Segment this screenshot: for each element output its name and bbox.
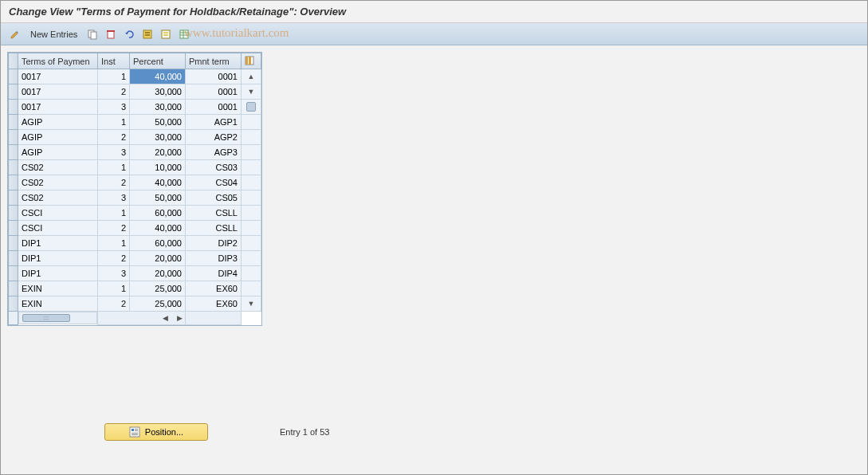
cell-percent[interactable]: 20,000 <box>130 251 186 266</box>
cell-percent[interactable]: 50,000 <box>130 115 186 130</box>
row-selector-header[interactable] <box>9 53 18 69</box>
cell-inst[interactable]: 2 <box>98 251 130 266</box>
position-button[interactable]: Position... <box>104 423 208 441</box>
cell-terms[interactable]: CSCI <box>18 206 98 221</box>
vscroll-up-button[interactable]: ▲ <box>245 70 257 83</box>
cell-pmnt[interactable]: AGP3 <box>186 145 242 160</box>
cell-percent[interactable]: 40,000 <box>130 175 186 190</box>
cell-terms[interactable]: EXIN <box>18 296 98 312</box>
vscroll-down-button[interactable]: ▼ <box>245 297 257 310</box>
hscroll-track[interactable]: ::: <box>18 312 97 324</box>
edit-button[interactable] <box>7 26 23 42</box>
row-selector[interactable] <box>9 69 18 84</box>
cell-terms[interactable]: CS02 <box>18 160 98 175</box>
configure-columns-button[interactable] <box>242 53 261 69</box>
cell-terms[interactable]: EXIN <box>18 281 98 296</box>
header-terms[interactable]: Terms of Paymen <box>18 53 98 69</box>
cell-inst[interactable]: 1 <box>98 236 130 251</box>
row-selector[interactable] <box>9 160 18 175</box>
hscroll-left-button[interactable]: ◀ <box>160 312 171 324</box>
cell-inst[interactable]: 2 <box>98 84 130 100</box>
cell-pmnt[interactable]: DIP4 <box>186 266 242 281</box>
cell-percent[interactable]: 30,000 <box>130 84 186 100</box>
cell-pmnt[interactable]: 0001 <box>186 100 242 115</box>
cell-percent[interactable]: 20,000 <box>130 145 186 160</box>
row-selector[interactable] <box>9 190 18 206</box>
table-view-button[interactable] <box>176 26 192 42</box>
cell-inst[interactable]: 2 <box>98 175 130 190</box>
cell-pmnt[interactable]: CSLL <box>186 206 242 221</box>
cell-inst[interactable]: 3 <box>98 145 130 160</box>
cell-percent[interactable]: 40,000 <box>130 69 186 84</box>
vscroll-down-step-button[interactable]: ▼ <box>245 85 257 98</box>
row-selector[interactable] <box>9 281 18 296</box>
cell-terms[interactable]: DIP1 <box>18 251 98 266</box>
cell-terms[interactable]: CS02 <box>18 175 98 190</box>
copy-button[interactable] <box>84 26 100 42</box>
hscroll-thumb[interactable]: ::: <box>22 314 70 322</box>
cell-pmnt[interactable]: 0001 <box>186 84 242 100</box>
header-percent[interactable]: Percent <box>130 53 186 69</box>
row-selector[interactable] <box>9 130 18 145</box>
cell-inst[interactable]: 1 <box>98 160 130 175</box>
cell-inst[interactable]: 3 <box>98 190 130 206</box>
cell-percent[interactable]: 40,000 <box>130 221 186 236</box>
cell-pmnt[interactable]: CS04 <box>186 175 242 190</box>
cell-percent[interactable]: 20,000 <box>130 266 186 281</box>
vscroll-thumb[interactable] <box>246 102 256 112</box>
cell-terms[interactable]: CS02 <box>18 190 98 206</box>
undo-button[interactable] <box>121 26 137 42</box>
cell-pmnt[interactable]: EX60 <box>186 281 242 296</box>
cell-terms[interactable]: 0017 <box>18 100 98 115</box>
cell-pmnt[interactable]: 0001 <box>186 69 242 84</box>
cell-percent[interactable]: 30,000 <box>130 130 186 145</box>
cell-terms[interactable]: 0017 <box>18 84 98 100</box>
cell-inst[interactable]: 1 <box>98 69 130 84</box>
cell-terms[interactable]: 0017 <box>18 69 98 84</box>
cell-terms[interactable]: AGIP <box>18 145 98 160</box>
cell-pmnt[interactable]: AGP1 <box>186 115 242 130</box>
cell-inst[interactable]: 2 <box>98 130 130 145</box>
new-entries-button[interactable]: New Entries <box>26 26 82 42</box>
row-selector[interactable] <box>9 221 18 236</box>
cell-pmnt[interactable]: CSLL <box>186 221 242 236</box>
cell-terms[interactable]: DIP1 <box>18 236 98 251</box>
cell-pmnt[interactable]: EX60 <box>186 296 242 312</box>
cell-pmnt[interactable]: CS05 <box>186 190 242 206</box>
cell-inst[interactable]: 1 <box>98 206 130 221</box>
cell-terms[interactable]: DIP1 <box>18 266 98 281</box>
row-selector[interactable] <box>9 115 18 130</box>
cell-terms[interactable]: AGIP <box>18 130 98 145</box>
cell-terms[interactable]: CSCI <box>18 221 98 236</box>
select-all-button[interactable] <box>139 26 155 42</box>
cell-percent[interactable]: 10,000 <box>130 160 186 175</box>
cell-inst[interactable]: 1 <box>98 115 130 130</box>
row-selector[interactable] <box>9 251 18 266</box>
cell-percent[interactable]: 60,000 <box>130 236 186 251</box>
row-selector[interactable] <box>9 236 18 251</box>
row-selector[interactable] <box>9 175 18 190</box>
cell-pmnt[interactable]: AGP2 <box>186 130 242 145</box>
cell-percent[interactable]: 25,000 <box>130 296 186 312</box>
cell-terms[interactable]: AGIP <box>18 115 98 130</box>
cell-inst[interactable]: 3 <box>98 100 130 115</box>
cell-percent[interactable]: 25,000 <box>130 281 186 296</box>
cell-percent[interactable]: 60,000 <box>130 206 186 221</box>
cell-pmnt[interactable]: DIP3 <box>186 251 242 266</box>
cell-inst[interactable]: 2 <box>98 221 130 236</box>
hscroll-right-button[interactable]: ▶ <box>174 312 185 324</box>
row-selector[interactable] <box>9 296 18 312</box>
cell-pmnt[interactable]: CS03 <box>186 160 242 175</box>
deselect-button[interactable] <box>158 26 174 42</box>
cell-percent[interactable]: 50,000 <box>130 190 186 206</box>
cell-pmnt[interactable]: DIP2 <box>186 236 242 251</box>
header-inst[interactable]: Inst <box>98 53 130 69</box>
row-selector[interactable] <box>9 266 18 281</box>
cell-inst[interactable]: 3 <box>98 266 130 281</box>
header-pmnt[interactable]: Pmnt term <box>186 53 242 69</box>
row-selector[interactable] <box>9 145 18 160</box>
cell-inst[interactable]: 1 <box>98 281 130 296</box>
cell-percent[interactable]: 30,000 <box>130 100 186 115</box>
delete-button[interactable] <box>103 26 119 42</box>
row-selector[interactable] <box>9 100 18 115</box>
